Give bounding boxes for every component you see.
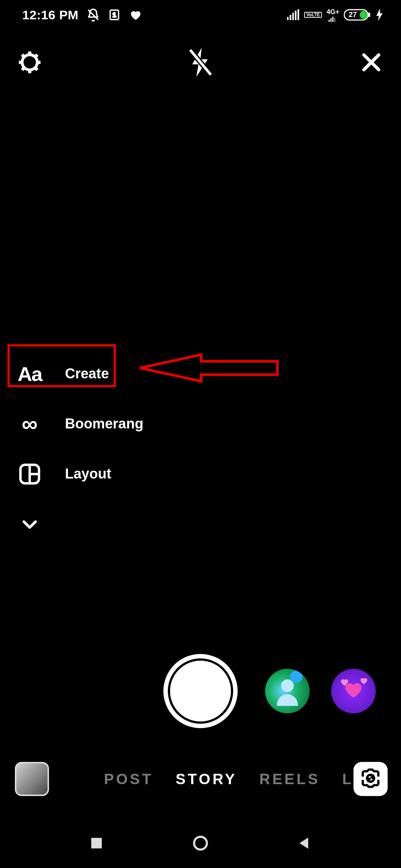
nav-recent-button[interactable] (85, 833, 108, 855)
svg-rect-5 (292, 13, 294, 20)
gear-icon (17, 49, 43, 77)
svg-text:1: 1 (113, 11, 116, 19)
svg-text:27: 27 (349, 10, 357, 19)
camera-switch-icon (360, 768, 381, 790)
side-item-label: Boomerang (65, 416, 143, 432)
battery-icon: 27 (344, 9, 371, 21)
svg-rect-9 (330, 18, 332, 22)
avatar-icon (274, 676, 300, 707)
svg-rect-14 (360, 11, 367, 19)
capture-modes: POST STORY REELS LIVE (104, 771, 357, 788)
status-bar-right: Vo LTE 4G+ 27 (287, 8, 383, 22)
side-item-boomerang[interactable]: ∞ Boomerang (15, 399, 143, 449)
camera-top-bar (0, 41, 401, 85)
infinity-icon: ∞ (15, 411, 45, 437)
effect-avatar[interactable] (265, 669, 310, 713)
network-label: 4G+ (326, 8, 339, 16)
nav-home-button[interactable] (189, 833, 212, 855)
shutter-row (0, 654, 401, 728)
nav-back-button[interactable] (293, 833, 316, 855)
android-navigation-bar (0, 820, 401, 868)
status-bar-left: 12:16 PM 1 (22, 8, 141, 22)
side-item-create[interactable]: Aa Create (15, 349, 143, 399)
square-icon (89, 836, 104, 852)
switch-camera-button[interactable] (353, 762, 388, 796)
close-icon (360, 51, 382, 75)
chevron-down-icon (15, 514, 45, 534)
shutter-button[interactable] (163, 654, 238, 728)
svg-point-25 (281, 680, 294, 692)
charging-icon (376, 9, 383, 21)
annotation-arrow-icon (138, 353, 279, 383)
flash-off-icon (188, 48, 213, 78)
svg-rect-7 (298, 9, 299, 20)
story-side-menu: Aa Create ∞ Boomerang Layout (15, 349, 143, 549)
mode-post[interactable]: POST (104, 771, 153, 788)
side-item-label: Create (65, 366, 109, 382)
network-4g-icon: 4G+ (326, 8, 339, 22)
heart-icon (129, 9, 141, 21)
close-button[interactable] (356, 48, 386, 78)
status-time: 12:16 PM (22, 8, 78, 22)
svg-rect-4 (290, 15, 291, 20)
hearts-icon (331, 669, 376, 713)
volte-icon: Vo LTE (304, 12, 322, 18)
sim-slot-icon: 1 (108, 9, 121, 21)
bell-off-icon (87, 8, 100, 22)
gallery-thumbnail[interactable] (15, 762, 49, 796)
mode-reels[interactable]: REELS (260, 771, 320, 788)
svg-point-17 (26, 59, 33, 66)
layout-icon (15, 463, 45, 485)
svg-rect-3 (287, 17, 288, 20)
settings-button[interactable] (15, 48, 45, 78)
svg-rect-26 (91, 838, 102, 849)
svg-rect-11 (334, 18, 335, 22)
effect-hearts[interactable] (331, 669, 376, 713)
flash-toggle-button[interactable] (186, 48, 215, 78)
side-item-label: Layout (65, 466, 111, 482)
side-item-layout[interactable]: Layout (15, 449, 143, 499)
svg-rect-8 (329, 20, 330, 22)
mode-story[interactable]: STORY (176, 771, 237, 788)
status-bar: 12:16 PM 1 (0, 0, 401, 30)
svg-rect-10 (332, 17, 333, 22)
svg-rect-6 (295, 11, 296, 20)
text-aa-icon: Aa (15, 362, 45, 385)
side-menu-more[interactable] (15, 499, 143, 549)
mode-bar: POST STORY REELS LIVE (0, 760, 401, 798)
circle-icon (192, 835, 209, 853)
signal-icon (287, 9, 300, 20)
svg-point-27 (194, 837, 207, 850)
svg-rect-13 (368, 13, 370, 17)
triangle-left-icon (297, 836, 312, 852)
